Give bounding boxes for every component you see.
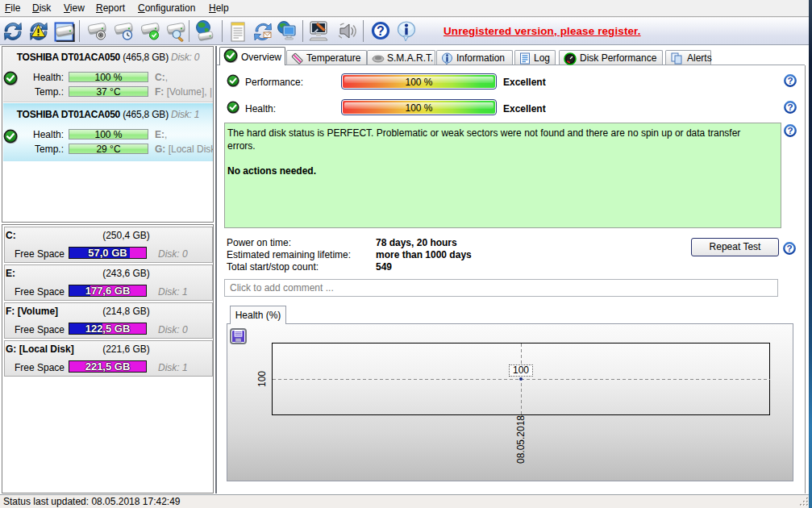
svg-text:?: ? <box>377 24 385 38</box>
